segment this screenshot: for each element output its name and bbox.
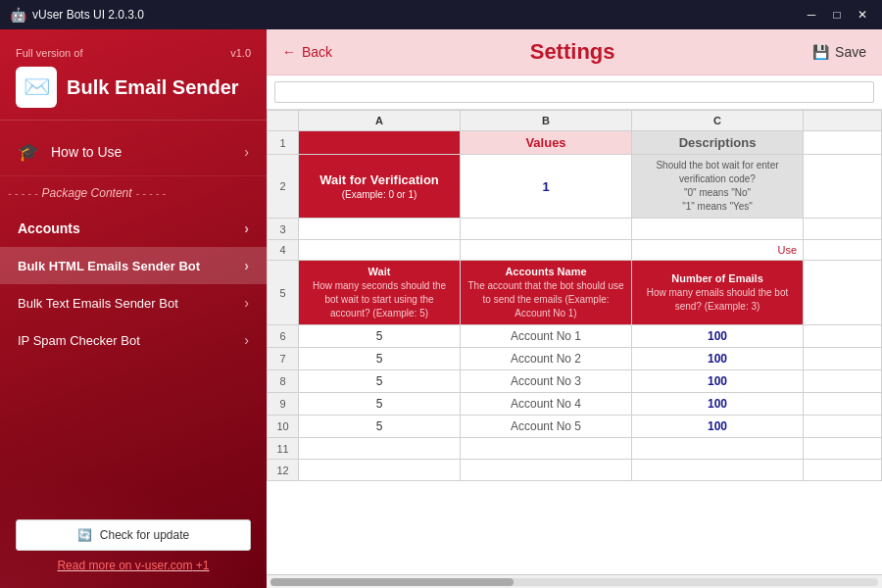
cell-b5[interactable]: Accounts Name The account that the bot s… bbox=[461, 261, 632, 325]
col-header-b: B bbox=[461, 111, 632, 131]
cell-b12[interactable] bbox=[461, 460, 632, 481]
brand-logo: ✉️ bbox=[16, 67, 57, 108]
cell-c6[interactable]: 100 bbox=[632, 325, 804, 348]
read-more-badge: +1 bbox=[196, 559, 210, 572]
bulk-html-label: Bulk HTML Emails Sender Bot bbox=[18, 259, 244, 273]
cell-a1[interactable]: Settings bbox=[299, 131, 461, 155]
cell-a8[interactable]: 5 bbox=[299, 370, 461, 393]
row-num-11: 11 bbox=[268, 438, 299, 460]
sidebar-item-bulk-text[interactable]: Bulk Text Emails Sender Bot › bbox=[0, 284, 267, 321]
save-button[interactable]: 💾 Save bbox=[812, 44, 866, 60]
full-version-label: Full version of bbox=[16, 47, 82, 59]
chevron-right-icon-accounts: › bbox=[244, 220, 249, 236]
check-update-button[interactable]: 🔄 Check for update bbox=[16, 519, 251, 551]
sidebar-item-how-to-use[interactable]: 🎓 How to Use › bbox=[0, 128, 267, 176]
cell-c10[interactable]: 100 bbox=[632, 416, 804, 438]
num-emails-header-label: Number of Emails bbox=[638, 271, 797, 286]
cell-a11[interactable] bbox=[299, 438, 461, 460]
cell-c3[interactable] bbox=[632, 219, 804, 240]
row-num-10: 10 bbox=[268, 416, 299, 438]
brand-top: Full version of v1.0 bbox=[16, 47, 251, 59]
read-more-link[interactable]: Read more on v-user.com +1 bbox=[16, 559, 251, 572]
brand-main: ✉️ Bulk Email Sender bbox=[16, 67, 251, 108]
cell-c9[interactable]: 100 bbox=[632, 393, 804, 416]
back-arrow-icon: ← bbox=[282, 44, 296, 60]
cell-b9[interactable]: Account No 4 bbox=[461, 393, 632, 416]
cell-c1[interactable]: Descriptions bbox=[632, 131, 804, 155]
settings-title: Settings bbox=[332, 39, 812, 65]
table-row-9: 9 5 Account No 4 100 bbox=[268, 393, 882, 416]
cell-b2[interactable]: 1 bbox=[461, 155, 632, 219]
cell-b11[interactable] bbox=[461, 438, 632, 460]
package-content-divider: Package Content bbox=[0, 176, 267, 210]
cell-a12[interactable] bbox=[299, 460, 461, 481]
cell-b7[interactable]: Account No 2 bbox=[461, 348, 632, 370]
cell-b8[interactable]: Account No 3 bbox=[461, 370, 632, 393]
sidebar-item-bulk-html[interactable]: Bulk HTML Emails Sender Bot › bbox=[0, 247, 267, 284]
cell-a4[interactable] bbox=[299, 240, 461, 261]
cell-a7[interactable]: 5 bbox=[299, 348, 461, 370]
sidebar: Full version of v1.0 ✉️ Bulk Email Sende… bbox=[0, 29, 267, 588]
spreadsheet-container[interactable]: A B C 1 Settings Values Descriptions bbox=[267, 110, 882, 574]
cell-d4 bbox=[804, 240, 882, 261]
cell-a2[interactable]: Wait for Verification (Example: 0 or 1) bbox=[299, 155, 461, 219]
settings-header: ← Back Settings 💾 Save bbox=[267, 29, 882, 75]
horizontal-scrollbar[interactable] bbox=[267, 574, 882, 588]
row-num-3: 3 bbox=[268, 219, 299, 240]
chevron-right-icon-bulk-text: › bbox=[244, 295, 249, 311]
cell-c5[interactable]: Number of Emails How many emails should … bbox=[632, 261, 804, 325]
cell-b4[interactable] bbox=[461, 240, 632, 261]
back-label: Back bbox=[302, 44, 332, 60]
sidebar-item-ip-spam[interactable]: IP Spam Checker Bot › bbox=[0, 321, 267, 359]
cell-b10[interactable]: Account No 5 bbox=[461, 416, 632, 438]
minimize-button[interactable]: ─ bbox=[802, 5, 821, 24]
table-row-4: 4 Use bbox=[268, 240, 882, 261]
cell-a6[interactable]: 5 bbox=[299, 325, 461, 348]
cell-b1[interactable]: Values bbox=[461, 131, 632, 155]
brand-section: Full version of v1.0 ✉️ Bulk Email Sende… bbox=[0, 29, 267, 121]
col-header-d bbox=[804, 111, 882, 131]
cell-b3[interactable] bbox=[461, 219, 632, 240]
cell-d1 bbox=[804, 131, 882, 155]
settings-dropdown[interactable] bbox=[274, 81, 874, 103]
read-more-text: Read more on v-user.com bbox=[57, 559, 192, 572]
row-num-2: 2 bbox=[268, 155, 299, 219]
table-row-12: 12 bbox=[268, 460, 882, 481]
chevron-right-icon-ip-spam: › bbox=[244, 332, 249, 348]
accounts-name-header-sub: The account that the bot should use to s… bbox=[466, 279, 625, 320]
cell-d3 bbox=[804, 219, 882, 240]
row-num-8: 8 bbox=[268, 370, 299, 393]
cell-a5[interactable]: Wait How many seconds should the bot wai… bbox=[299, 261, 461, 325]
scroll-thumb[interactable] bbox=[270, 578, 514, 586]
wait-header-sub: How many seconds should the bot wait to … bbox=[305, 279, 454, 320]
main-layout: Full version of v1.0 ✉️ Bulk Email Sende… bbox=[0, 29, 882, 588]
cell-c8[interactable]: 100 bbox=[632, 370, 804, 393]
cell-d7 bbox=[804, 348, 882, 370]
cell-b6[interactable]: Account No 1 bbox=[461, 325, 632, 348]
cell-c4[interactable]: Use bbox=[632, 240, 804, 261]
cell-c12[interactable] bbox=[632, 460, 804, 481]
row-num-9: 9 bbox=[268, 393, 299, 416]
close-button[interactable]: ✕ bbox=[853, 5, 872, 24]
chevron-right-icon-bulk-html: › bbox=[244, 258, 249, 273]
cell-d10 bbox=[804, 416, 882, 438]
cell-a9[interactable]: 5 bbox=[299, 393, 461, 416]
cell-c11[interactable] bbox=[632, 438, 804, 460]
version-label: v1.0 bbox=[230, 47, 251, 59]
maximize-button[interactable]: □ bbox=[827, 5, 847, 24]
cell-a10[interactable]: 5 bbox=[299, 416, 461, 438]
check-update-label: Check for update bbox=[100, 528, 189, 542]
cell-d8 bbox=[804, 370, 882, 393]
back-button[interactable]: ← Back bbox=[282, 44, 332, 60]
table-row-1: 1 Settings Values Descriptions bbox=[268, 131, 882, 155]
table-row-6: 6 5 Account No 1 100 bbox=[268, 325, 882, 348]
table-row-3: 3 bbox=[268, 219, 882, 240]
save-label: Save bbox=[835, 44, 866, 60]
scroll-track[interactable] bbox=[270, 578, 878, 586]
table-row-8: 8 5 Account No 3 100 bbox=[268, 370, 882, 393]
sidebar-footer: 🔄 Check for update Read more on v-user.c… bbox=[0, 508, 267, 588]
sidebar-item-accounts[interactable]: Accounts › bbox=[0, 210, 267, 247]
chevron-right-icon: › bbox=[244, 144, 249, 160]
cell-c7[interactable]: 100 bbox=[632, 348, 804, 370]
cell-a3[interactable] bbox=[299, 219, 461, 240]
